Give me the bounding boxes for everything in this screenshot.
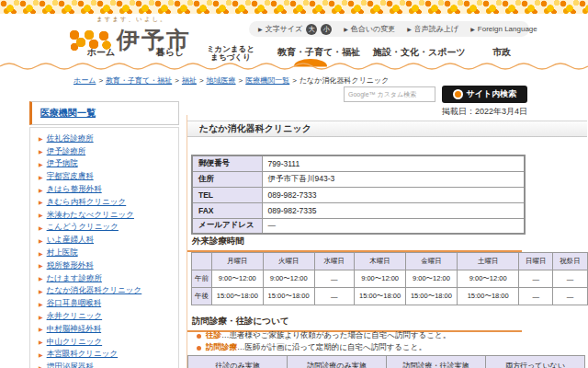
sidebar-clinic-link[interactable]: 佐礼谷診療所 — [47, 133, 94, 144]
info-value-cell: 799-3111 — [262, 155, 525, 171]
font-small-button[interactable]: 小 — [321, 24, 332, 35]
sidebar-clinic-link[interactable]: たなか消化器科クリニック — [47, 285, 142, 296]
table-row: 月曜日火曜日水曜日木曜日金曜日土曜日日曜日祝祭日 — [192, 253, 588, 270]
list-item: ▶米湊わたなべクリニック — [39, 209, 178, 222]
hours-cell: ― — [314, 270, 355, 288]
list-item: ▶増田泌尿器科 — [39, 361, 178, 368]
sidebar-clinic-link[interactable]: きむら内科クリニック — [47, 197, 127, 208]
hours-cell: 9:00〜12:00 — [263, 270, 314, 288]
list-item: ▶伊予診療所 — [39, 145, 178, 158]
table-row: メールアドレス― — [192, 218, 525, 234]
hours-cell: 9:00〜12:00 — [457, 270, 519, 288]
bullet-icon — [197, 346, 201, 351]
triangle-bullet-icon: ▶ — [39, 148, 43, 155]
sidebar-clinic-link[interactable]: 中山クリニック — [47, 337, 103, 348]
sidebar-clinic-link[interactable]: 谷口耳鼻咽喉科 — [47, 298, 102, 309]
page: ますます、いよし。 伊予市 ▶ 文字サイズ 大 小 ▶ 色合いの変更 ▶ 音声読… — [0, 0, 588, 368]
list-item: ▶宇都宮皮膚科 — [39, 170, 178, 183]
hours-row-label: 午後 — [192, 288, 212, 305]
sidebar-clinic-link[interactable]: 永井クリニック — [47, 311, 103, 322]
breadcrumb-link[interactable]: 教育・子育て・福祉 — [106, 76, 172, 85]
sidebar-clinic-link[interactable]: 宇都宮皮膚科 — [47, 171, 94, 182]
utility-bar: ▶ 文字サイズ 大 小 ▶ 色合いの変更 ▶ 音声読み上げ ▶ Foreign … — [249, 21, 529, 37]
decorative-mandarin-band — [0, 0, 588, 14]
sidebar-clinic-link[interactable]: 米湊わたなべクリニック — [47, 210, 134, 221]
triangle-bullet-icon: ▶ — [39, 301, 43, 307]
list-item: ▶伊予病院 — [39, 158, 178, 171]
hours-cell: 15:00〜18:00 — [211, 288, 263, 305]
sidebar-clinic-link[interactable]: きはら整形外科 — [47, 184, 102, 195]
breadcrumb-link[interactable]: 福祉 — [182, 76, 197, 85]
triangle-bullet-icon: ▶ — [39, 187, 43, 193]
wave-divider — [0, 57, 588, 74]
hours-cell: ― — [553, 270, 588, 288]
info-label-cell: 郵便番号 — [192, 155, 262, 171]
table-row: TEL089-982-7333 — [192, 187, 525, 202]
info-label-cell: 住所 — [192, 171, 262, 187]
list-item: ▶こんどうクリニック — [39, 222, 178, 235]
tts-link[interactable]: ▶ 音声読み上げ — [407, 24, 458, 34]
visit-bullet: 訪問診療…医師が計画に沿って定期的に自宅へ訪問すること。 — [197, 342, 587, 353]
breadcrumb-link[interactable]: 地域医療 — [207, 76, 236, 85]
sidebar-clinic-link[interactable]: こんどうクリニック — [47, 222, 119, 233]
triangle-bullet-icon: ▶ — [39, 237, 43, 244]
info-value-cell: 089-982-7333 — [262, 187, 525, 202]
list-item: ▶本宮眼科クリニック — [39, 349, 178, 362]
bullet-icon — [197, 334, 201, 339]
breadcrumb-link[interactable]: ホーム — [74, 76, 96, 85]
hours-section-heading: 外来診療時間 — [187, 236, 522, 252]
visit-type-header: 往診のみ実施 — [188, 356, 288, 368]
triangle-bullet-icon: ▶ — [39, 224, 43, 231]
list-item: ▶たなか消化器科クリニック — [39, 285, 178, 298]
list-item: ▶中山クリニック — [39, 336, 178, 349]
hours-day-header: 水曜日 — [314, 253, 355, 270]
table-row: 午前9:00〜12:009:00〜12:00―9:00〜12:009:00〜12… — [192, 270, 588, 288]
hours-day-header: 火曜日 — [263, 253, 314, 270]
breadcrumb-separator: > — [175, 76, 179, 85]
site-search-button[interactable]: サイト内検索 — [442, 86, 527, 103]
hours-day-header: 木曜日 — [355, 253, 406, 270]
table-row: 午後15:00〜18:0015:00〜18:00―15:00〜18:0015:0… — [192, 288, 588, 305]
hours-cell: ― — [553, 288, 588, 305]
hours-cell: ― — [314, 288, 355, 305]
sidebar-clinic-link[interactable]: 伊予病院 — [47, 158, 78, 169]
info-label-cell: TEL — [192, 187, 262, 202]
triangle-bullet-icon: ▶ — [39, 288, 43, 294]
triangle-bullet-icon: ▶ — [39, 212, 43, 218]
triangle-bullet-icon: ▶ — [39, 364, 43, 368]
triangle-bullet-icon: ▶ — [39, 262, 43, 269]
triangle-icon: ▶ — [344, 26, 348, 32]
sidebar-clinic-link[interactable]: たけます診療所 — [47, 273, 102, 284]
page-title: たなか消化器科クリニック — [187, 121, 587, 137]
triangle-bullet-icon: ▶ — [39, 135, 43, 142]
foreign-language-link[interactable]: ▶ Foreign Language — [470, 25, 537, 33]
triangle-bullet-icon: ▶ — [39, 314, 43, 320]
sidebar-title-link[interactable]: 医療機関一覧 — [40, 107, 96, 120]
table-row: 住所伊予市下吾川943-3 — [192, 171, 525, 187]
font-large-button[interactable]: 大 — [306, 24, 317, 35]
list-item: ▶永井クリニック — [39, 310, 178, 323]
hours-cell: ― — [519, 270, 553, 288]
breadcrumb-link[interactable]: 医療機関一覧 — [245, 76, 289, 85]
list-item: ▶たけます診療所 — [39, 272, 178, 285]
hours-cell: 15:00〜18:00 — [355, 288, 406, 305]
sidebar-clinic-link[interactable]: 税所整形外科 — [47, 260, 94, 271]
sidebar-clinic-link[interactable]: 本宮眼科クリニック — [47, 349, 119, 360]
hours-day-header: 金曜日 — [406, 253, 458, 270]
hours-cell: 9:00〜12:00 — [355, 270, 406, 288]
list-item: ▶いよ産婦人科 — [39, 234, 178, 247]
city-tagline: ますます、いよし。 — [96, 16, 243, 24]
font-size-control: ▶ 文字サイズ 大 小 — [258, 24, 332, 35]
sidebar-clinic-link[interactable]: 中村脳神経外科 — [47, 324, 102, 335]
list-item: ▶きむら内科クリニック — [39, 196, 178, 209]
table-row: FAX089-982-7335 — [192, 202, 525, 218]
info-label-cell: FAX — [192, 202, 262, 218]
triangle-icon: ▶ — [258, 26, 263, 32]
sidebar-clinic-link[interactable]: 村上医院 — [47, 247, 78, 259]
color-change-link[interactable]: ▶ 色合いの変更 — [344, 24, 395, 34]
sidebar-clinic-link[interactable]: 伊予診療所 — [47, 146, 86, 157]
info-value-cell: ― — [262, 218, 525, 234]
search-input[interactable] — [344, 86, 435, 102]
sidebar-clinic-link[interactable]: 増田泌尿器科 — [47, 362, 94, 368]
sidebar-clinic-link[interactable]: いよ産婦人科 — [47, 235, 94, 246]
